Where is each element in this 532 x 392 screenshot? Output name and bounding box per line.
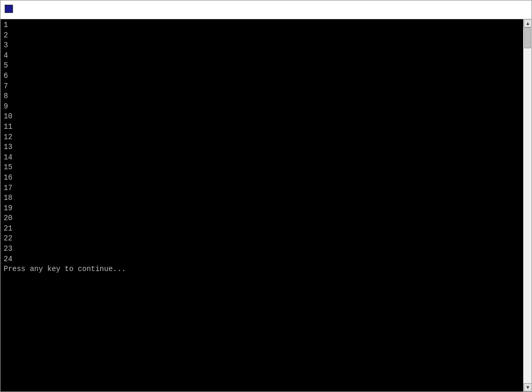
scrollbar-up-button[interactable]: ▲ xyxy=(524,19,531,28)
console-output: 1 2 3 4 5 6 7 8 9 10 11 12 13 14 15 16 1… xyxy=(1,19,523,391)
close-button[interactable] xyxy=(503,2,527,18)
window-controls xyxy=(456,2,527,18)
maximize-button[interactable] xyxy=(480,2,503,18)
window: 1 2 3 4 5 6 7 8 9 10 11 12 13 14 15 16 1… xyxy=(0,0,532,392)
scrollbar-down-button[interactable]: ▼ xyxy=(524,383,531,391)
scrollbar[interactable]: ▲ ▼ xyxy=(523,19,531,391)
app-icon-inner xyxy=(5,5,13,13)
scrollbar-track xyxy=(524,28,531,383)
minimize-button[interactable] xyxy=(456,2,480,18)
app-icon xyxy=(5,5,15,15)
content-area: 1 2 3 4 5 6 7 8 9 10 11 12 13 14 15 16 1… xyxy=(1,19,531,391)
scrollbar-thumb[interactable] xyxy=(524,28,531,48)
title-bar xyxy=(1,1,531,19)
